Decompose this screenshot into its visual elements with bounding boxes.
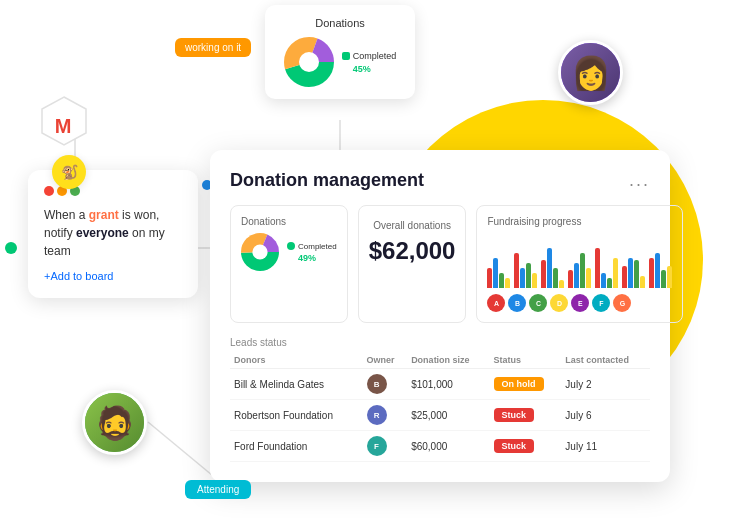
bar [613, 258, 618, 288]
bar [586, 268, 591, 288]
mini-avatar: F [592, 294, 610, 312]
donation-amount: $101,000 [407, 369, 489, 400]
mini-avatar: C [529, 294, 547, 312]
owner-avatar: B [367, 374, 387, 394]
bar-group [595, 248, 618, 288]
owner-avatar: R [367, 405, 387, 425]
donor-name: Bill & Melinda Gates [230, 369, 363, 400]
donation-col-header: Donation size [407, 352, 489, 369]
status-badge: Stuck [494, 439, 535, 453]
leads-label: Leads status [230, 337, 650, 348]
workflow-card: When a grant is won, notify everyone on … [28, 170, 198, 298]
bar [520, 268, 525, 288]
dots-menu[interactable]: ... [629, 170, 650, 191]
bar [526, 263, 531, 288]
bar [667, 266, 672, 288]
mini-donations-pie [241, 233, 279, 271]
person-avatar-top: 👩 [558, 40, 623, 105]
bar [568, 270, 573, 288]
bar [649, 258, 654, 288]
mini-avatar: A [487, 294, 505, 312]
donor-owner: R [363, 400, 408, 431]
bar-group [568, 253, 591, 288]
add-to-board-button[interactable]: +Add to board [44, 270, 182, 282]
mini-avatars-row: ABCDEFG [487, 294, 672, 312]
leads-table: Donors Owner Donation size Status Last c… [230, 352, 650, 462]
bar [607, 278, 612, 288]
donations-stat-box: Donations Completed 49% [230, 205, 348, 323]
bar-group [649, 253, 672, 288]
attending-badge: Attending [185, 480, 251, 499]
bar [559, 280, 564, 288]
status-cell: Stuck [490, 400, 562, 431]
pie-legend: Completed 49% [287, 242, 337, 263]
bar [499, 273, 504, 288]
leads-section: Leads status Donors Owner Donation size … [230, 337, 650, 462]
bar [574, 263, 579, 288]
status-badge: Stuck [494, 408, 535, 422]
bar [580, 253, 585, 288]
table-row: Ford FoundationF$60,000StuckJuly 11 [230, 431, 650, 462]
status-badge: On hold [494, 377, 544, 391]
bar [553, 268, 558, 288]
bar-group [541, 248, 564, 288]
table-row: Robertson FoundationR$25,000StuckJuly 6 [230, 400, 650, 431]
status-cell: Stuck [490, 431, 562, 462]
bar [505, 278, 510, 288]
mini-avatar: B [508, 294, 526, 312]
bar [493, 258, 498, 288]
bar [541, 260, 546, 288]
bar [487, 268, 492, 288]
bar [514, 253, 519, 288]
donation-amount: $25,000 [407, 400, 489, 431]
bar [532, 273, 537, 288]
bar [628, 258, 633, 288]
overall-donations-label: Overall donations [369, 220, 456, 231]
person-avatar-bottom: 🧔 [82, 390, 147, 455]
donations-card-title: Donations [277, 17, 403, 29]
bar [547, 248, 552, 288]
pie-legend-percent: 45% [353, 64, 397, 74]
working-on-it-badge: working on it [175, 38, 251, 57]
table-row: Bill & Melinda GatesB$101,000On holdJuly… [230, 369, 650, 400]
donor-owner: F [363, 431, 408, 462]
donations-stat-label: Donations [241, 216, 337, 227]
pie-legend-completed: Completed [342, 51, 397, 61]
donor-name: Robertson Foundation [230, 400, 363, 431]
owner-col-header: Owner [363, 352, 408, 369]
bar [595, 248, 600, 288]
bar-group [622, 258, 645, 288]
donation-amount: $60,000 [407, 431, 489, 462]
bar [661, 270, 666, 288]
bar [640, 276, 645, 288]
owner-avatar: F [367, 436, 387, 456]
donations-floating-card: Donations Completed 45% [265, 5, 415, 99]
bar [655, 253, 660, 288]
overall-donations-box: Overall donations $62,000 [358, 205, 467, 323]
svg-point-15 [252, 244, 267, 259]
mini-avatar: D [550, 294, 568, 312]
svg-point-10 [299, 52, 319, 72]
contacted-col-header: Last contacted [561, 352, 650, 369]
fundraising-label: Fundraising progress [487, 216, 672, 227]
donations-pie-chart [284, 37, 334, 87]
mini-avatar: G [613, 294, 631, 312]
mailchimp-icon: 🐒 [52, 155, 86, 189]
stats-row: Donations Completed 49% Ove [230, 205, 650, 323]
donors-col-header: Donors [230, 352, 363, 369]
bar-chart [487, 233, 672, 288]
status-col-header: Status [490, 352, 562, 369]
last-contacted: July 6 [561, 400, 650, 431]
bar-group [487, 258, 510, 288]
gmail-icon: M [44, 107, 82, 145]
dashboard-title: Donation management [230, 170, 424, 191]
bar [601, 273, 606, 288]
donor-owner: B [363, 369, 408, 400]
dashboard-card: Donation management ... Donations Comple… [210, 150, 670, 482]
bar-group [514, 253, 537, 288]
bar [634, 260, 639, 288]
fundraising-box: Fundraising progress ABCDEFG [476, 205, 683, 323]
logo-dot-red [44, 186, 54, 196]
dashboard-header: Donation management ... [230, 170, 650, 191]
last-contacted: July 2 [561, 369, 650, 400]
